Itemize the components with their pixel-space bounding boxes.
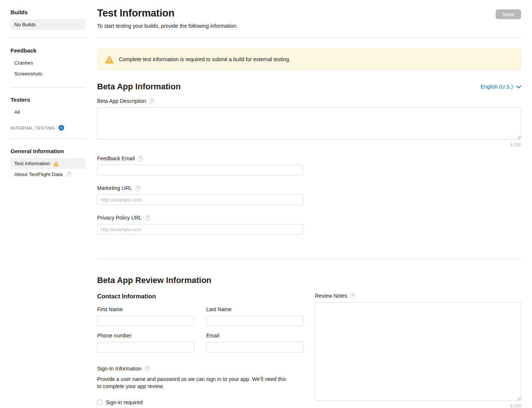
sidebar-item-label: Screenshots	[14, 71, 42, 77]
beta-app-description-counter: 4,000	[97, 142, 521, 148]
sidebar: Builds No Builds Feedback Crashes Screen…	[10, 9, 85, 180]
review-notes-counter: 4,000	[315, 403, 521, 408]
marketing-url-label-row: Marketing URL ?	[97, 185, 521, 191]
first-name-input[interactable]	[97, 316, 194, 326]
page-header-text: Test Information To start testing your b…	[97, 8, 238, 29]
review-columns: Contact Information First Name Last Name	[97, 293, 521, 408]
first-name-label: First Name	[97, 306, 123, 312]
sidebar-item-crashes[interactable]: Crashes	[10, 57, 85, 68]
last-name-label-row: Last Name	[206, 306, 303, 312]
sidebar-heading-general-information: General Information	[10, 148, 85, 154]
language-selector[interactable]: English (U.S.)	[481, 84, 521, 90]
sidebar-divider	[10, 87, 85, 87]
page-subtitle: To start testing your builds, provide th…	[97, 23, 238, 29]
contact-grid: First Name Last Name Phone number	[97, 306, 303, 352]
warning-icon	[105, 56, 114, 63]
last-name-label: Last Name	[206, 306, 232, 312]
warning-banner: Complete test information is required to…	[97, 49, 521, 70]
sidebar-divider	[10, 38, 85, 38]
sign-in-required-row: Sign-in required	[97, 399, 303, 405]
feedback-email-label: Feedback Email	[97, 155, 135, 161]
last-name-input[interactable]	[206, 316, 303, 326]
review-notes-column: Review Notes ? 4,000	[315, 293, 521, 408]
beta-app-info-heading: Beta App Information	[97, 82, 181, 92]
phone-number-input[interactable]	[97, 342, 194, 352]
sidebar-item-all-testers[interactable]: All	[10, 107, 85, 117]
help-icon[interactable]: ?	[138, 156, 143, 161]
sidebar-heading-builds: Builds	[10, 9, 85, 15]
marketing-url-field: Marketing URL ?	[97, 185, 521, 205]
review-notes-textarea[interactable]	[315, 302, 521, 401]
help-icon[interactable]: ?	[145, 215, 150, 221]
feedback-email-field: Feedback Email ?	[97, 155, 521, 175]
internal-testing-row: INTERNAL TESTING +	[10, 125, 85, 131]
sidebar-item-label: All	[14, 109, 20, 115]
help-icon[interactable]: ?	[149, 98, 155, 104]
feedback-email-label-row: Feedback Email ?	[97, 155, 521, 161]
first-name-field: First Name	[97, 306, 194, 326]
email-input[interactable]	[206, 342, 303, 352]
sign-in-required-checkbox[interactable]	[97, 400, 102, 405]
sign-in-help-text: Provide a user name and password so we c…	[97, 376, 288, 390]
sign-in-required-label: Sign-in required	[106, 399, 143, 405]
beta-app-review-heading: Beta App Review Information	[97, 276, 521, 285]
sidebar-item-no-builds[interactable]: No Builds	[10, 19, 85, 30]
privacy-policy-url-field: Privacy Policy URL ?	[97, 215, 521, 235]
sidebar-item-label: Crashes	[14, 60, 33, 66]
save-button[interactable]: Save	[496, 9, 521, 19]
sidebar-heading-testers: Testers	[10, 96, 85, 103]
sidebar-item-label: About TestFlight Data	[14, 172, 63, 177]
email-label-row: Email	[206, 333, 303, 339]
beta-app-description-label-row: Beta App Description ?	[97, 98, 521, 104]
page-header: Test Information To start testing your b…	[97, 8, 521, 29]
privacy-policy-url-input[interactable]	[97, 224, 303, 235]
help-icon[interactable]: ?	[144, 366, 150, 372]
review-notes-label: Review Notes	[315, 293, 347, 299]
phone-number-field: Phone number	[97, 333, 194, 352]
sidebar-item-test-information[interactable]: Test Information	[10, 158, 85, 169]
chevron-down-icon	[516, 85, 521, 89]
sidebar-item-label: Test Information	[14, 161, 50, 166]
sidebar-item-screenshots[interactable]: Screenshots	[10, 68, 85, 79]
email-label: Email	[206, 333, 219, 339]
feedback-email-input[interactable]	[97, 165, 303, 175]
email-field: Email	[206, 333, 303, 352]
marketing-url-label: Marketing URL	[97, 185, 132, 191]
privacy-policy-url-label: Privacy Policy URL	[97, 215, 142, 221]
help-icon[interactable]: ?	[350, 293, 356, 299]
contact-information-heading: Contact Information	[97, 293, 303, 300]
marketing-url-input[interactable]	[97, 194, 303, 205]
contact-information-column: Contact Information First Name Last Name	[97, 293, 303, 408]
help-icon[interactable]: ?	[135, 185, 141, 191]
warning-icon	[53, 161, 59, 166]
sidebar-divider	[10, 139, 85, 139]
last-name-field: Last Name	[206, 306, 303, 326]
help-icon[interactable]: ?	[66, 172, 72, 177]
privacy-policy-url-label-row: Privacy Policy URL ?	[97, 215, 521, 221]
main-content: Test Information To start testing your b…	[97, 8, 521, 408]
phone-number-label: Phone number	[97, 333, 132, 339]
internal-testing-label: INTERNAL TESTING	[10, 126, 55, 130]
beta-app-info-header: Beta App Information English (U.S.)	[97, 82, 521, 92]
header-divider	[97, 38, 521, 38]
sidebar-item-label: No Builds	[14, 22, 36, 27]
beta-app-description-textarea[interactable]	[97, 107, 521, 140]
sign-in-information-label-row: Sign-In Information ?	[97, 366, 303, 372]
review-notes-label-row: Review Notes ?	[315, 293, 521, 299]
warning-banner-text: Complete test information is required to…	[119, 56, 291, 62]
sidebar-heading-feedback: Feedback	[10, 47, 85, 54]
language-selector-label: English (U.S.)	[481, 84, 513, 90]
sidebar-item-about-testflight-data[interactable]: About TestFlight Data ?	[10, 169, 85, 180]
section-divider	[97, 259, 521, 259]
sign-in-information-label: Sign-In Information	[97, 366, 141, 372]
page-title: Test Information	[97, 8, 238, 19]
first-name-label-row: First Name	[97, 306, 194, 312]
phone-number-label-row: Phone number	[97, 333, 194, 339]
beta-app-description-field: Beta App Description ? 4,000	[97, 98, 521, 148]
add-internal-testing-icon[interactable]: +	[58, 125, 64, 131]
beta-app-description-label: Beta App Description	[97, 98, 146, 104]
